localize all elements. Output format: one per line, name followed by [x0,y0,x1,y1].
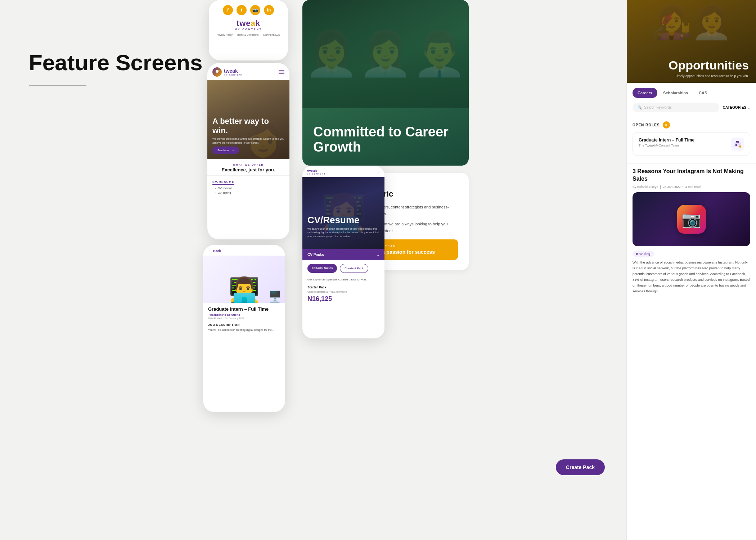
phone4-logo-sub: MY CONTENT [307,173,326,175]
phone-mockup-footer: f t 📷 in tweak MY CONTENT Privacy Policy… [209,0,288,60]
starter-pack-price: N16,125 [302,294,384,303]
branding-category-tag[interactable]: Branding [633,251,654,257]
categories-label: CATEGORIES [723,105,746,109]
hamburger-menu[interactable] [279,70,284,74]
career-growth-title: Committed to Career Growth [313,125,458,155]
arrow-icon: → [231,149,234,152]
opportunities-title: Opportunities [669,59,749,72]
instagram-app-icon: 📷 [677,205,706,234]
phone-mockup-job: ← Back 👨‍💻 🖥️ Graduate Intern – Full Tim… [203,245,285,412]
footer-links: Privacy Policy Terms & Conditions Copyri… [217,33,280,36]
instagram-icon: 📷 [250,5,260,15]
blog-date: 25 Jan 2022 [663,185,681,189]
phone2-logo-sub: MY CONTENT [224,74,243,76]
people-decoration: 👩‍💼👩‍💼👨‍💼 [305,28,467,79]
editorial-suites-button[interactable]: Editorial Suites [307,264,337,273]
terms-link[interactable]: Terms & Conditions [237,33,259,36]
cv-item-1: CV editing [212,191,284,194]
phone4-logo-text: tweak [307,169,326,173]
open-roles-section: OPEN ROLES 8 Graduate Intern – Full Time… [627,117,756,162]
page-title: Feature Screens [29,50,202,75]
opportunities-decoration: 👩‍🎤👩‍💼 [651,4,732,41]
phone3-job-title: Graduate Intern – Full Time [203,303,285,313]
open-roles-label: OPEN ROLES [633,123,660,127]
hero-title: A better way to win. [212,117,284,135]
create-a-pack-button[interactable]: Create A Pack [340,264,368,273]
logo-subtitle: MY CONTENT [235,28,262,31]
open-roles-count-badge: 8 [663,121,670,129]
starter-pack-label: Starter Pack [302,283,384,291]
opportunities-people: 👩‍🎤👩‍💼 [627,4,756,41]
svg-point-0 [216,70,219,73]
role-info: Graduate Intern – Full Time The TweakMyC… [639,138,694,147]
categories-button[interactable]: CATEGORIES ⌄ [723,105,750,109]
chevron-down-icon: ⌄ [747,105,750,109]
phone4-header: tweak MY CONTENT ··· [302,166,384,177]
phone3-description: You will be tasked with creating digital… [203,328,285,332]
phone3-illustration: 👨‍💻 🖥️ [203,256,285,303]
blog-meta: By Bolanle Okeya | 25 Jan 2022 • 4 min r… [633,185,750,189]
phone3-section-label: JOB DESCRIPTION [203,321,285,328]
back-arrow-icon: ← [208,249,211,253]
copyright-text: Copyright 2022 [263,33,280,36]
phone1-content: f t 📷 in tweak MY CONTENT Privacy Policy… [209,0,288,40]
tab-cas[interactable]: CAS [694,88,712,98]
blog-section: 3 Reasons Your Instagram Is Not Making S… [627,163,756,297]
svg-rect-3 [736,141,739,143]
what-we-offer-label: WHAT WE OFFER [212,163,284,166]
career-growth-image: 👩‍💼👩‍💼👨‍💼 Committed to Career Growth [302,0,469,166]
what-we-offer-title: Excellence, just for you. [212,167,284,172]
twitter-icon: t [237,5,247,15]
phone4-cv-body: CV/Resume We carry out an in-depth asses… [307,215,379,239]
hero-body: We provide professional writing and stra… [212,137,284,145]
career-growth-people: 👩‍💼👩‍💼👨‍💼 [302,0,469,108]
phone3-company: Tweakcentric Solutions [203,313,285,316]
phone4-cv-desc: We carry out an in-depth assessment of y… [307,227,379,239]
role-company: The TweakMyContent Team [639,144,694,147]
phone3-back-nav[interactable]: ← Back [203,245,285,256]
svg-rect-5 [738,144,740,144]
phone-mockup-hero: tweak MY CONTENT 👩 A better way to win. … [207,63,289,239]
svg-point-1 [218,70,220,71]
search-row: 🔍 Search keywords CATEGORIES ⌄ [627,98,756,117]
phone4-packs-label: CV Packs [307,253,324,257]
opportunities-subtitle: Timely opportunities and resources to he… [675,74,749,78]
create-pack-button[interactable]: Create Pack [556,459,605,475]
tab-careers[interactable]: Careers [633,88,657,98]
search-box[interactable]: 🔍 Search keywords [633,103,719,112]
phone2-logo-wordmark: tweak [224,68,243,74]
blog-featured-image: 📷 [633,192,750,246]
careers-tabs-row: Careers Scholarships CAS [627,83,756,98]
career-growth-bg: 👩‍💼👩‍💼👨‍💼 Committed to Career Growth [302,0,469,166]
phone4-get-packs-text: Get any of our specially curated packs f… [302,276,384,283]
search-placeholder: Search keywords [644,105,672,109]
phone2-hero-text: A better way to win. We provide professi… [212,117,284,145]
phone2-header: tweak MY CONTENT [207,63,289,80]
phone4-menu-dots[interactable]: ··· [378,171,380,174]
privacy-link[interactable]: Privacy Policy [217,33,233,36]
cv-item-0: CV reviews [212,186,284,190]
phone4-cv-photo-area: 👩‍💻 CV/Resume We carry out an in-depth a… [302,177,384,249]
tab-scholarships[interactable]: Scholarships [658,88,693,98]
facebook-icon: f [223,5,233,15]
open-roles-header: OPEN ROLES 8 [633,121,750,129]
phone4-packs-bar[interactable]: CV Packs ⌄ [302,249,384,260]
what-we-offer-section: WHAT WE OFFER Excellence, just for you. [207,159,289,175]
title-divider [29,85,86,86]
cv-section-label: CV/RESUME [212,180,234,185]
illustration-desk: 🖥️ [268,290,282,303]
role-title: Graduate Intern – Full Time [639,138,694,143]
see-how-label: See How [217,149,229,152]
instagram-glyph: 📷 [681,210,701,229]
phone3-date-posted: Date Posted: 16th January 2022 [203,316,285,321]
see-how-button[interactable]: See How → [212,147,239,154]
tweak-logo: tweak MY CONTENT [235,19,262,31]
starter-pack-sub: Undergraduates & NYSC members [302,291,384,294]
role-card[interactable]: Graduate Intern – Full Time The TweakMyC… [633,132,750,156]
search-icon: 🔍 [638,105,642,109]
phone-mockup-cv: tweak MY CONTENT ··· 👩‍💻 CV/Resume We ca… [302,166,384,338]
phone2-hero-section: 👩 A better way to win. We provide profes… [207,80,289,159]
blog-read-time: 4 min read [685,185,701,189]
blog-author: By Bolanle Okeya [633,185,658,189]
logo-text: tweak [237,19,260,28]
